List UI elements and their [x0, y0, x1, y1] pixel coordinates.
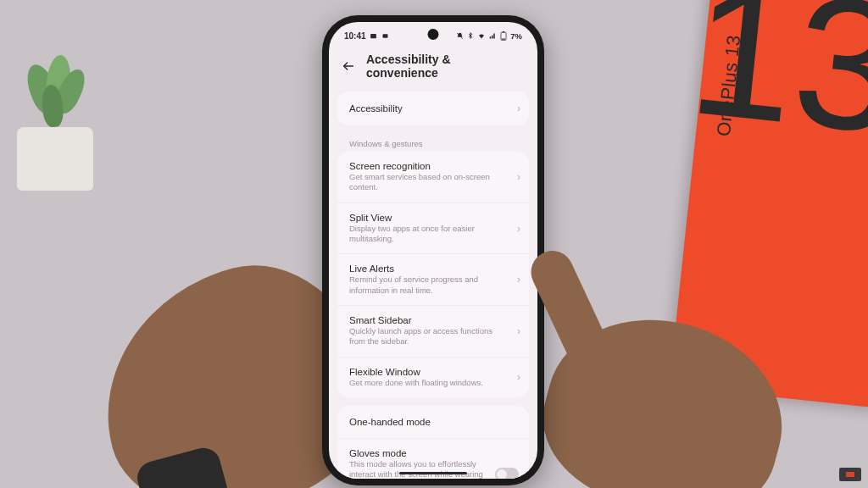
page-header: Accessibility & convenience [329, 46, 537, 92]
notification-icon-1 [370, 31, 378, 40]
camera-cutout [428, 29, 439, 40]
chevron-right-icon: › [517, 223, 520, 235]
svg-rect-4 [503, 31, 504, 32]
item-desc: This mode allows you to effortlessly int… [349, 459, 517, 479]
watermark-icon [839, 468, 861, 481]
item-title: Accessibility [349, 103, 517, 114]
battery-icon [499, 31, 508, 40]
group-accessibility: Accessibility › [337, 92, 529, 125]
page-title: Accessibility & convenience [366, 53, 526, 80]
chevron-right-icon: › [517, 274, 520, 286]
battery-percent: 7% [510, 31, 522, 41]
item-title: Gloves mode [349, 448, 517, 458]
status-time: 10:41 [344, 31, 366, 41]
chevron-right-icon: › [517, 371, 520, 383]
chevron-right-icon: › [517, 171, 520, 183]
item-desc: Display two apps at once for easier mult… [349, 224, 517, 245]
item-one-handed-mode[interactable]: One-handed mode [337, 406, 529, 439]
phone-frame: 10:41 [322, 15, 544, 485]
box-number: 13 [682, 0, 868, 162]
gloves-mode-toggle[interactable] [495, 468, 519, 479]
item-smart-sidebar[interactable]: Smart Sidebar Quickly launch apps or acc… [337, 306, 529, 358]
item-desc: Quickly launch apps or access functions … [349, 326, 517, 347]
section-header-windows: Windows & gestures [337, 134, 529, 152]
item-flexible-window[interactable]: Flexible Window Get more done with float… [337, 358, 529, 397]
mute-icon [455, 31, 464, 40]
item-title: Split View [349, 213, 517, 223]
back-button[interactable] [341, 58, 356, 74]
item-accessibility[interactable]: Accessibility › [337, 92, 529, 125]
item-split-view[interactable]: Split View Display two apps at once for … [337, 203, 529, 255]
wifi-icon [477, 31, 486, 40]
item-title: Live Alerts [349, 263, 517, 274]
svg-rect-0 [370, 33, 376, 37]
item-title: One-handed mode [349, 417, 517, 427]
phone-screen: 10:41 [329, 22, 537, 479]
item-live-alerts[interactable]: Live Alerts Remind you of service progre… [337, 254, 529, 306]
bluetooth-icon [466, 31, 475, 40]
chevron-right-icon: › [517, 325, 520, 337]
settings-content[interactable]: Accessibility › Windows & gestures Scree… [329, 92, 537, 479]
item-desc: Remind you of service progress and infor… [349, 274, 517, 296]
group-modes: One-handed mode Gloves mode This mode al… [337, 406, 529, 479]
group-windows-gestures: Screen recognition Get smart services ba… [337, 152, 529, 397]
notification-icon-2 [381, 31, 390, 40]
item-title: Flexible Window [349, 367, 517, 377]
svg-rect-5 [502, 38, 505, 39]
item-screen-recognition[interactable]: Screen recognition Get smart services ba… [337, 152, 529, 203]
signal-icon [488, 31, 497, 40]
desk-plant [0, 21, 136, 191]
item-title: Screen recognition [349, 161, 517, 171]
gesture-bar[interactable] [399, 472, 467, 474]
item-desc: Get smart services based on on-screen co… [349, 172, 517, 193]
item-desc: Get more done with floating windows. [349, 378, 517, 388]
chevron-right-icon: › [517, 103, 520, 114]
item-title: Smart Sidebar [349, 315, 517, 325]
svg-rect-1 [383, 34, 388, 38]
toggle-knob [497, 469, 507, 479]
